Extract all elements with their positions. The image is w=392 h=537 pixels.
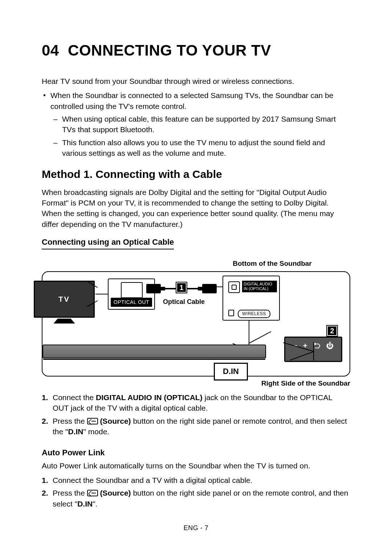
step-marker: 1. (42, 475, 48, 485)
din-display-label: D.IN (214, 363, 248, 381)
step-text: Press the (53, 417, 87, 425)
section-title: CONNECTING TO YOUR TV (68, 42, 271, 59)
section-heading: 04 CONNECTING TO YOUR TV (42, 40, 350, 61)
callout-line (249, 321, 249, 345)
intro-bullet-list: When the Soundbar is connected to a sele… (42, 90, 350, 158)
diagram-label-top: Bottom of the Soundbar (194, 259, 350, 269)
list-item: 2. Press the (Source) button on the righ… (53, 416, 350, 437)
step-text: Connect the Soundbar and a TV with a dig… (53, 476, 253, 484)
optical-steps: 1. Connect the DIGITAL AUDIO IN (OPTICAL… (42, 392, 350, 437)
source-button-icon (87, 418, 98, 424)
step-text: " mode. (83, 427, 109, 436)
step-bold: DIGITAL AUDIO IN (OPTICAL) (96, 393, 203, 402)
step-marker: 2. (42, 488, 48, 498)
soundbar-illustration (42, 345, 266, 358)
sub-bullet-list: When using optical cable, this feature c… (50, 114, 350, 159)
optical-port-icon (228, 281, 240, 293)
list-item: When the Soundbar is connected to a sele… (50, 90, 350, 158)
bullet-text: When the Soundbar is connected to a sele… (50, 91, 333, 110)
section-number: 04 (42, 42, 59, 59)
optical-cable: 1 (146, 284, 217, 293)
source-icon: ⮌ (313, 341, 320, 351)
step-bold: (Source) (98, 417, 131, 425)
source-button-icon (87, 490, 98, 496)
method-paragraph: When broadcasting signals are Dolby Digi… (42, 187, 350, 230)
callout-line (217, 286, 222, 287)
tv-label: TV (34, 281, 95, 318)
step-bold: (Source) (98, 489, 131, 497)
callout-line (249, 331, 271, 344)
step-text: Press the (53, 489, 87, 497)
auto-power-link-para: Auto Power Link automatically turns on t… (42, 460, 350, 471)
list-item: When using optical cable, this feature c… (62, 114, 350, 135)
optical-heading: Connecting using an Optical Cable (42, 237, 174, 249)
soundbar-bottom-panel: DIGITAL AUDIO IN (OPTICAL) WIRELESS (222, 276, 280, 321)
optical-cable-label: Optical Cable (163, 297, 205, 306)
cable-plug-left (146, 284, 161, 293)
intro-text: Hear TV sound from your Soundbar through… (42, 76, 350, 86)
step-bold: D.IN (77, 500, 93, 508)
step-text: Connect the (53, 393, 96, 402)
step-marker: 1. (42, 392, 48, 403)
step-text: ". (93, 500, 97, 508)
optical-out-label: OPTICAL OUT (111, 298, 152, 307)
step-badge-2: 2 (327, 326, 337, 336)
cable-plug-right (202, 284, 217, 293)
step-marker: 2. (42, 416, 48, 426)
list-item: 1. Connect the Soundbar and a TV with a … (53, 475, 350, 485)
tv-stand (53, 318, 75, 324)
tv-optical-panel: OPTICAL OUT (108, 278, 155, 310)
step-badge-1: 1 (176, 282, 187, 293)
callout-line (95, 294, 109, 294)
wireless-port-icon (228, 310, 234, 316)
auto-power-link-steps: 1. Connect the Soundbar and a TV with a … (42, 475, 350, 509)
connection-diagram: Bottom of the Soundbar TV OPTICAL OUT 1 … (42, 259, 350, 388)
method-heading: Method 1. Connecting with a Cable (42, 167, 350, 182)
list-item: 1. Connect the DIGITAL AUDIO IN (OPTICAL… (53, 392, 350, 414)
auto-power-link-heading: Auto Power Link (42, 447, 350, 459)
wireless-label: WIRELESS (238, 310, 270, 318)
page-footer: ENG - 7 (42, 524, 350, 533)
list-item: This function also allows you to use the… (62, 137, 350, 159)
digital-audio-in-label: DIGITAL AUDIO IN (OPTICAL) (242, 281, 277, 292)
step-bold: D.IN (68, 427, 83, 436)
power-icon: ⏻ (326, 341, 334, 351)
diagram-label-bottom: Right Side of the Soundbar (42, 379, 350, 388)
list-item: 2. Press the (Source) button on the righ… (53, 488, 350, 509)
diagram-frame: TV OPTICAL OUT 1 Optical Cable DIGITAL A… (42, 271, 350, 377)
tv-illustration: TV (34, 281, 95, 325)
